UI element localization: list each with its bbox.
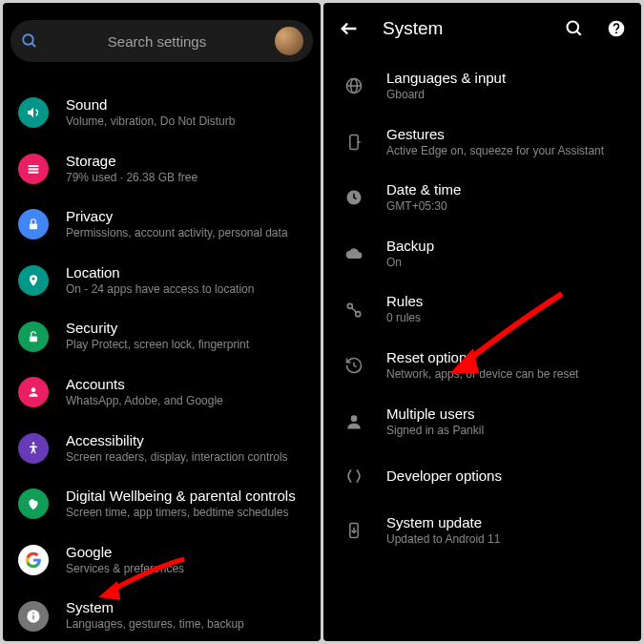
item-title: Location [66, 264, 305, 280]
cloud-icon [339, 239, 369, 269]
system-item-gestures[interactable]: Gestures Active Edge on, squeeze for you… [323, 114, 641, 171]
svg-rect-5 [30, 224, 37, 230]
item-subtitle: On - 24 apps have access to location [66, 282, 305, 298]
person-icon [18, 377, 49, 407]
search-icon[interactable] [565, 19, 584, 38]
item-title: Google [66, 544, 305, 560]
info-icon [18, 601, 49, 632]
svg-line-1 [31, 43, 35, 47]
back-icon[interactable] [339, 18, 360, 39]
rules-icon [339, 295, 369, 325]
svg-rect-4 [29, 172, 39, 174]
settings-item-accounts[interactable]: Accounts WhatsApp, Adobe, and Google [3, 364, 321, 421]
item-text: Location On - 24 apps have access to loc… [66, 264, 305, 298]
accessibility-icon [18, 433, 49, 464]
item-text: Reset options Network, apps, or device c… [386, 349, 626, 383]
settings-item-location[interactable]: Location On - 24 apps have access to loc… [3, 253, 321, 309]
svg-line-15 [577, 31, 581, 35]
item-title: Multiple users [386, 405, 626, 422]
avatar[interactable] [275, 27, 303, 55]
item-title: Storage [66, 153, 305, 169]
gestures-icon [339, 127, 369, 157]
system-item-reset-options[interactable]: Reset options Network, apps, or device c… [323, 338, 641, 394]
item-subtitle: 79% used · 26.38 GB free [66, 171, 305, 186]
settings-item-sound[interactable]: Sound Volume, vibration, Do Not Disturb [3, 85, 321, 141]
search-bar[interactable]: Search settings [10, 20, 313, 62]
item-text: Storage 79% used · 26.38 GB free [66, 153, 305, 186]
item-title: Accessibility [66, 432, 305, 448]
item-subtitle: Updated to Android 11 [386, 532, 626, 548]
wellbeing-icon [18, 488, 49, 519]
item-text: Sound Volume, vibration, Do Not Disturb [66, 96, 305, 130]
settings-item-google[interactable]: Google Services & preferences [3, 532, 321, 589]
item-title: Gestures [386, 126, 626, 142]
app-bar-title: System [383, 18, 542, 39]
svg-point-8 [31, 388, 36, 393]
item-text: Digital Wellbeing & parental controls Sc… [66, 488, 305, 521]
item-text: Google Services & preferences [66, 544, 305, 577]
item-text: Languages & input Gboard [386, 70, 626, 103]
svg-rect-11 [32, 614, 33, 619]
settings-main-screen: Search settings Sound Volume, vibration,… [3, 3, 321, 641]
lock-icon [18, 209, 49, 239]
reset-icon [339, 350, 369, 381]
system-item-date-time[interactable]: Date & time GMT+05:30 [323, 170, 641, 226]
svg-rect-7 [30, 336, 37, 342]
settings-item-wellbeing[interactable]: Digital Wellbeing & parental controls Sc… [3, 476, 321, 532]
item-title: Date & time [386, 181, 626, 197]
update-icon [339, 515, 369, 546]
item-subtitle: Screen time, app timers, bedtime schedul… [66, 506, 305, 521]
item-subtitle: Screen readers, display, interaction con… [66, 450, 305, 466]
search-placeholder: Search settings [39, 33, 275, 50]
item-title: Accounts [66, 376, 305, 392]
item-title: Backup [386, 238, 626, 254]
system-item-languages[interactable]: Languages & input Gboard [323, 58, 641, 114]
item-text: Backup On [386, 238, 626, 271]
system-item-developer-options[interactable]: Developer options [323, 449, 641, 503]
item-subtitle: GMT+05:30 [386, 199, 626, 215]
item-text: Developer options [386, 467, 626, 486]
item-subtitle: Permissions, account activity, personal … [66, 226, 305, 241]
user-icon [339, 406, 369, 437]
svg-point-0 [23, 34, 33, 45]
system-item-multiple-users[interactable]: Multiple users Signed in as Pankil [323, 394, 641, 450]
item-title: Rules [386, 293, 626, 309]
item-subtitle: Services & preferences [66, 562, 305, 577]
volume-icon [18, 97, 49, 128]
clock-icon [339, 182, 369, 213]
settings-item-system[interactable]: System Languages, gestures, time, backup [3, 588, 321, 641]
item-text: Date & time GMT+05:30 [386, 181, 626, 215]
item-subtitle: Active Edge on, squeeze for your Assista… [386, 144, 626, 159]
item-subtitle: Languages, gestures, time, backup [66, 617, 305, 633]
item-subtitle: Signed in as Pankil [386, 424, 626, 439]
system-item-rules[interactable]: Rules 0 rules [323, 281, 641, 338]
svg-rect-3 [29, 168, 39, 170]
svg-point-14 [568, 22, 579, 33]
settings-item-security[interactable]: Security Play Protect, screen lock, fing… [3, 308, 321, 364]
svg-point-9 [32, 442, 35, 445]
settings-item-storage[interactable]: Storage 79% used · 26.38 GB free [3, 141, 321, 197]
item-title: Reset options [386, 349, 626, 365]
item-title: System update [386, 514, 626, 530]
help-icon[interactable] [607, 19, 626, 38]
settings-item-accessibility[interactable]: Accessibility Screen readers, display, i… [3, 421, 321, 477]
system-item-backup[interactable]: Backup On [323, 226, 641, 282]
item-title: System [66, 599, 305, 615]
globe-icon [339, 71, 369, 101]
storage-icon [18, 154, 49, 184]
item-text: Accounts WhatsApp, Adobe, and Google [66, 376, 305, 409]
system-item-system-update[interactable]: System update Updated to Android 11 [323, 503, 641, 559]
svg-point-17 [615, 31, 617, 33]
item-subtitle: Play Protect, screen lock, fingerprint [66, 338, 305, 353]
item-title: Privacy [66, 208, 305, 224]
item-text: Privacy Permissions, account activity, p… [66, 208, 305, 241]
settings-item-privacy[interactable]: Privacy Permissions, account activity, p… [3, 197, 321, 253]
item-text: System Languages, gestures, time, backup [66, 599, 305, 633]
item-text: Multiple users Signed in as Pankil [386, 405, 626, 439]
svg-rect-2 [29, 165, 39, 167]
item-title: Digital Wellbeing & parental controls [66, 488, 305, 504]
google-icon [18, 545, 49, 575]
item-text: Accessibility Screen readers, display, i… [66, 432, 305, 466]
system-settings-screen: System Languages & input Gboard Gestures… [323, 3, 641, 641]
item-text: Gestures Active Edge on, squeeze for you… [386, 126, 626, 159]
